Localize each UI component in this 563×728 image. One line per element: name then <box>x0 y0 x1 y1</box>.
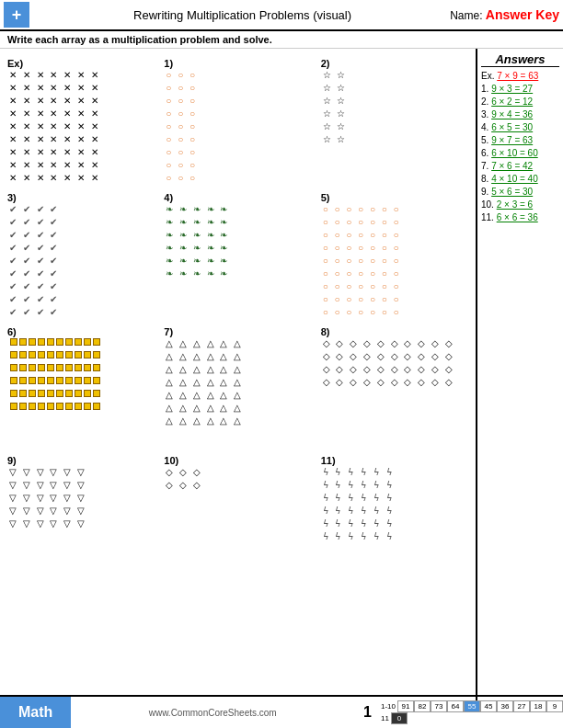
problem-5: 5) ○ ○ ○ ○ ○ ○ ○ ○ ○ ○ ○ ○ ○ ○ ○ ○ ○ ○ ○… <box>321 192 468 319</box>
answer-4: 4. 6 × 5 = 30 <box>481 122 559 132</box>
worksheet: Ex) ✕ ✕ ✕ ✕ ✕ ✕ ✕ ✕ ✕ ✕ ✕ ✕ ✕ ✕ ✕ ✕ ✕ ✕ … <box>0 49 476 703</box>
answer-1: 1. 9 × 3 = 27 <box>481 84 559 94</box>
answer-3: 3. 9 × 4 = 36 <box>481 109 559 119</box>
stat-11: 0 <box>391 712 408 724</box>
p7-array: △ △ △ △ △ △ △ △ △ △ △ △ △ △ △ △ △ △ △ △ … <box>166 337 311 427</box>
stat-36: 36 <box>497 700 513 712</box>
page-footer: Math www.CommonCoreSheets.com 1 1-10 91 … <box>0 695 563 728</box>
stat-45: 45 <box>480 700 497 712</box>
main-area: Ex) ✕ ✕ ✕ ✕ ✕ ✕ ✕ ✕ ✕ ✕ ✕ ✕ ✕ ✕ ✕ ✕ ✕ ✕ … <box>0 49 563 703</box>
answer-5: 5. 9 × 7 = 63 <box>481 135 559 145</box>
answer-ex: Ex. 7 × 9 = 63 <box>481 71 559 81</box>
name-label: Name: Answer Key <box>450 7 559 22</box>
problem-4: 4) ❧ ❧ ❧ ❧ ❧ ❧ ❧ ❧ ❧ ❧ ❧ ❧ ❧ ❧ ❧ ❧ ❧ ❧ ❧… <box>164 192 311 319</box>
footer-math-label: Math <box>0 697 71 728</box>
stat-18: 18 <box>530 700 546 712</box>
p11-array: ϟ ϟ ϟ ϟ ϟ ϟ ϟ ϟ ϟ ϟ ϟ ϟ ϟ ϟ ϟ ϟ ϟ ϟ ϟ ϟ … <box>323 466 468 543</box>
problem-ex: Ex) ✕ ✕ ✕ ✕ ✕ ✕ ✕ ✕ ✕ ✕ ✕ ✕ ✕ ✕ ✕ ✕ ✕ ✕ … <box>7 58 155 185</box>
page-header: + Rewriting Multiplication Problems (vis… <box>0 0 563 31</box>
answer-key-panel: Answers Ex. 7 × 9 = 63 1. 9 × 3 = 27 2. … <box>476 49 563 703</box>
answer-9: 9. 5 × 6 = 30 <box>481 187 559 197</box>
p2-array: ☆ ☆ ☆ ☆ ☆ ☆ ☆ ☆ ☆ ☆ ☆ ☆ <box>323 69 468 146</box>
problem-8: 8) ◇ ◇ ◇ ◇ ◇ ◇ ◇ ◇ ◇ ◇ ◇ ◇ ◇ ◇ ◇ ◇ ◇ ◇ ◇… <box>321 326 468 427</box>
p4-array: ❧ ❧ ❧ ❧ ❧ ❧ ❧ ❧ ❧ ❧ ❧ ❧ ❧ ❧ ❧ ❧ ❧ ❧ ❧ ❧ … <box>166 203 311 280</box>
problem-1: 1) ○ ○ ○ ○ ○ ○ ○ ○ ○ ○ ○ ○ ○ ○ ○ ○ ○ ○ ○… <box>164 58 311 185</box>
problem-9: 9) ▽ ▽ ▽ ▽ ▽ ▽ ▽ ▽ ▽ ▽ ▽ ▽ ▽ ▽ ▽ ▽ ▽ ▽ ▽… <box>7 455 155 543</box>
plus-icon: + <box>4 2 29 28</box>
answer-10: 10. 2 × 3 = 6 <box>481 199 559 210</box>
row-3-5: 3) ✔ ✔ ✔ ✔ ✔ ✔ ✔ ✔ ✔ ✔ ✔ ✔ ✔ ✔ ✔ ✔ ✔ ✔ ✔… <box>7 192 468 319</box>
row-6-8: 6) <box>7 326 468 427</box>
stat-73: 73 <box>431 700 447 712</box>
p1-array: ○ ○ ○ ○ ○ ○ ○ ○ ○ ○ ○ ○ ○ ○ ○ ○ ○ ○ ○ ○ … <box>166 69 311 185</box>
answer-key-title: Answers <box>481 52 559 67</box>
problem-2: 2) ☆ ☆ ☆ ☆ ☆ ☆ ☆ ☆ ☆ ☆ ☆ ☆ <box>321 58 468 185</box>
footer-stats: 1-10 91 82 73 64 55 45 36 27 18 9 11 0 <box>381 700 563 724</box>
problem-10: 10) ◇ ◇ ◇ ◇ ◇ ◇ <box>164 455 311 543</box>
answer-2: 2. 6 × 2 = 12 <box>481 97 559 107</box>
stat-64: 64 <box>447 700 464 712</box>
problem-11: 11) ϟ ϟ ϟ ϟ ϟ ϟ ϟ ϟ ϟ ϟ ϟ ϟ ϟ ϟ ϟ ϟ ϟ ϟ … <box>321 455 468 543</box>
answer-key-label: Answer Key <box>486 7 559 22</box>
p3-array: ✔ ✔ ✔ ✔ ✔ ✔ ✔ ✔ ✔ ✔ ✔ ✔ ✔ ✔ ✔ ✔ ✔ ✔ ✔ ✔ … <box>9 203 155 319</box>
problem-7: 7) △ △ △ △ △ △ △ △ △ △ △ △ △ △ △ △ △ △ △… <box>164 326 311 427</box>
footer-stat-boxes: 91 82 73 64 55 45 36 27 18 9 <box>397 700 563 712</box>
instructions: Write each array as a multiplication pro… <box>0 31 563 49</box>
answer-8: 8. 4 × 10 = 40 <box>481 174 559 184</box>
p9-array: ▽ ▽ ▽ ▽ ▽ ▽ ▽ ▽ ▽ ▽ ▽ ▽ ▽ ▽ ▽ ▽ ▽ ▽ ▽ ▽ … <box>9 466 155 530</box>
p5-array: ○ ○ ○ ○ ○ ○ ○ ○ ○ ○ ○ ○ ○ ○ ○ ○ ○ ○ ○ ○ … <box>323 203 468 319</box>
footer-page-number: 1 <box>354 704 381 721</box>
row-ex-1-2: Ex) ✕ ✕ ✕ ✕ ✕ ✕ ✕ ✕ ✕ ✕ ✕ ✕ ✕ ✕ ✕ ✕ ✕ ✕ … <box>7 58 468 185</box>
answer-6: 6. 6 × 10 = 60 <box>481 148 559 158</box>
page-title: Rewriting Multiplication Problems (visua… <box>35 8 450 22</box>
p8-array: ◇ ◇ ◇ ◇ ◇ ◇ ◇ ◇ ◇ ◇ ◇ ◇ ◇ ◇ ◇ ◇ ◇ ◇ ◇ ◇ … <box>323 337 468 389</box>
problem-6: 6) <box>7 326 155 427</box>
stat-27: 27 <box>513 700 530 712</box>
footer-url: www.CommonCoreSheets.com <box>71 708 354 718</box>
p6-array <box>9 337 155 415</box>
stat-82: 82 <box>414 700 431 712</box>
ex-array: ✕ ✕ ✕ ✕ ✕ ✕ ✕ ✕ ✕ ✕ ✕ ✕ ✕ ✕ ✕ ✕ ✕ ✕ ✕ ✕ … <box>9 69 155 185</box>
stat-55: 55 <box>464 700 480 712</box>
answer-11: 11. 6 × 6 = 36 <box>481 212 559 222</box>
answer-7: 7. 7 × 6 = 42 <box>481 161 559 171</box>
row-9-11: 9) ▽ ▽ ▽ ▽ ▽ ▽ ▽ ▽ ▽ ▽ ▽ ▽ ▽ ▽ ▽ ▽ ▽ ▽ ▽… <box>7 455 468 543</box>
stat-9: 9 <box>546 700 563 712</box>
stat-91: 91 <box>397 700 414 712</box>
problem-3: 3) ✔ ✔ ✔ ✔ ✔ ✔ ✔ ✔ ✔ ✔ ✔ ✔ ✔ ✔ ✔ ✔ ✔ ✔ ✔… <box>7 192 155 319</box>
p10-array: ◇ ◇ ◇ ◇ ◇ ◇ <box>166 466 311 492</box>
